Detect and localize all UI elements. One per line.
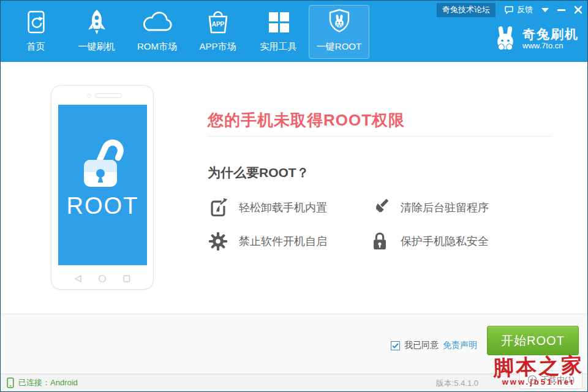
rabbit-logo-icon [494,25,517,52]
feature-autostart: 禁止软件开机自启 [208,230,369,253]
tab-label: 首页 [27,41,45,53]
brand-url: www.7to.cn [522,41,579,50]
app-window: 首页 一键刷机 [0,0,588,392]
agree-label: 我已同意 [404,340,439,351]
phone-camera-dot [87,94,91,98]
android-recents-icon [123,274,130,283]
app-bag-icon: APP [205,7,232,37]
svg-text:APP: APP [211,21,224,28]
tab-home[interactable]: 首页 [6,5,66,59]
feature-label: 轻松卸载手机内置 [239,200,327,215]
main-nav: 首页 一键刷机 [6,5,369,59]
phone-connected-icon [7,377,14,388]
phone-screen: ROOT [58,105,147,265]
phone-nav-buttons [51,274,153,283]
feature-label: 保护手机隐私安全 [401,234,489,249]
why-root-heading: 为什么要ROOT？ [208,164,309,181]
gear-icon [208,231,228,252]
agree-row: 我已同意 免责声明 [391,340,477,351]
download-status[interactable]: 下载中(1) [519,371,582,389]
tab-app-market[interactable]: APP APP市场 [187,5,248,59]
disclaimer-link[interactable]: 免责声明 [443,340,477,351]
menu-caret-icon[interactable] [541,8,549,12]
feedback-button[interactable]: 反馈 [504,4,533,15]
connection-status: 已连接：Android [7,374,78,391]
close-icon [574,6,582,14]
android-home-icon [98,274,107,283]
start-root-button[interactable]: 开始ROOT [487,326,579,355]
divider [208,136,552,137]
tab-root[interactable]: 一键ROOT [309,5,369,59]
feedback-label: 反馈 [517,4,533,15]
brand-name: 奇兔刷机 [522,27,579,41]
feature-uninstall: 轻松卸载手机内置 [208,196,369,219]
tab-label: APP市场 [199,41,236,53]
header: 首页 一键刷机 [1,1,587,62]
feature-privacy: 保护手机隐私安全 [369,230,553,253]
phone-root-label: ROOT [67,193,139,219]
connection-label: 已连接：Android [18,377,78,388]
close-button[interactable] [574,6,582,14]
lock-icon [369,231,390,252]
page-title: 您的手机未取得ROOT权限 [208,110,405,131]
tab-rom-market[interactable]: ROM市场 [127,5,187,59]
minimize-button[interactable] [557,9,565,11]
shield-rabbit-icon [326,7,352,37]
unlocked-padlock-icon [75,133,131,192]
brand-logo: 奇兔刷机 www.7to.cn [494,25,579,52]
version-label: 版本:5.4.1.0 [436,378,478,389]
titlebar-controls: 奇兔技术论坛 反馈 [437,3,582,17]
forum-button[interactable]: 奇兔技术论坛 [437,3,496,17]
tab-label: ROM市场 [137,41,177,53]
tab-tools[interactable]: 实用工具 [248,5,309,59]
phone-speaker [95,93,122,98]
uninstall-icon [208,197,228,218]
tab-flash[interactable]: 一键刷机 [66,5,127,59]
phone-illustration: ROOT [51,85,154,290]
main-content: ROOT 您的手机未取得ROOT权限 为什么要ROOT？ [1,62,587,314]
tab-label: 一键ROOT [317,41,361,53]
brush-icon [369,197,390,218]
speech-bubble-icon [504,6,514,15]
feature-clean: 清除后台驻留程序 [369,196,553,219]
status-bar: 已连接：Android 版本:5.4.1.0 下载中(1) [1,374,587,391]
download-label: 下载中(1) [541,374,575,385]
feature-label: 清除后台驻留程序 [401,200,489,215]
tab-label: 一键刷机 [78,41,115,53]
feature-label: 禁止软件开机自启 [239,234,327,249]
download-icon [527,375,537,385]
grid-icon [267,7,290,37]
feature-list: 轻松卸载手机内置 清除后台驻留程序 [208,196,553,253]
rocket-icon [84,7,110,37]
home-refresh-icon [24,7,48,37]
android-back-icon [74,274,82,283]
cloud-icon [141,7,173,37]
agree-checkbox[interactable] [391,341,400,350]
action-bar: 我已同意 免责声明 开始ROOT [1,314,587,374]
check-icon [392,343,399,349]
tab-label: 实用工具 [260,41,297,53]
